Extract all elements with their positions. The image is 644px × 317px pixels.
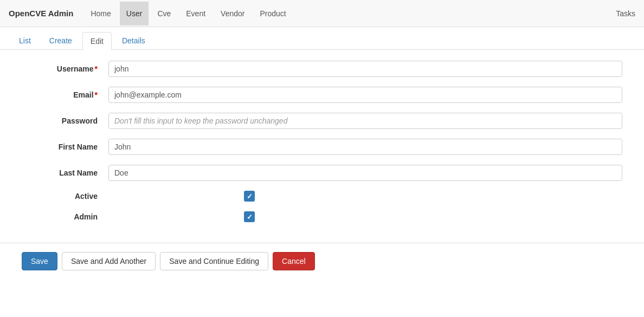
- form-container: Username* Email* Password First Name Las…: [0, 50, 644, 237]
- form-row-lastname: Last Name: [22, 165, 622, 181]
- input-firstname[interactable]: [108, 139, 622, 155]
- checkbox-wrapper-active: ✓: [108, 191, 622, 202]
- nav-vendor[interactable]: Vendor: [214, 2, 251, 25]
- form-row-admin: Admin ✓: [22, 211, 622, 222]
- label-active: Active: [22, 192, 108, 200]
- label-admin: Admin: [22, 212, 108, 221]
- cancel-button[interactable]: Cancel: [273, 252, 315, 270]
- required-star-email: *: [95, 90, 98, 99]
- form-row-password: Password: [22, 113, 622, 129]
- checkmark-admin: ✓: [247, 213, 253, 221]
- checkbox-active[interactable]: ✓: [244, 191, 255, 202]
- nav-user[interactable]: User: [120, 2, 149, 25]
- tab-bar: List Create Edit Details: [0, 27, 644, 50]
- checkbox-admin[interactable]: ✓: [244, 211, 255, 222]
- save-continue-button[interactable]: Save and Continue Editing: [160, 252, 268, 270]
- form-row-username: Username*: [22, 61, 622, 77]
- form-row-email: Email*: [22, 87, 622, 103]
- nav-event[interactable]: Event: [179, 2, 212, 25]
- tab-details[interactable]: Details: [114, 31, 153, 49]
- label-email: Email*: [22, 90, 108, 99]
- tab-create[interactable]: Create: [41, 31, 80, 49]
- nav-cve[interactable]: Cve: [151, 2, 177, 25]
- form-row-firstname: First Name: [22, 139, 622, 155]
- save-add-button[interactable]: Save and Add Another: [62, 252, 156, 270]
- nav-home[interactable]: Home: [84, 2, 117, 25]
- navbar-brand: OpenCVE Admin: [9, 9, 73, 18]
- label-username: Username*: [22, 64, 108, 73]
- nav-product[interactable]: Product: [253, 2, 292, 25]
- form-row-active: Active ✓: [22, 191, 622, 202]
- navbar: OpenCVE Admin Home User Cve Event Vendor…: [0, 0, 644, 27]
- required-star-username: *: [95, 64, 98, 73]
- input-password[interactable]: [108, 113, 622, 129]
- checkbox-wrapper-admin: ✓: [108, 211, 622, 222]
- checkmark-active: ✓: [247, 192, 253, 200]
- input-lastname[interactable]: [108, 165, 622, 181]
- navbar-links: Home User Cve Event Vendor Product: [84, 2, 616, 25]
- input-username[interactable]: [108, 61, 622, 77]
- save-button[interactable]: Save: [22, 252, 57, 270]
- label-password: Password: [22, 117, 108, 125]
- input-email[interactable]: [108, 87, 622, 103]
- navbar-tasks: Tasks: [616, 9, 635, 18]
- label-lastname: Last Name: [22, 169, 108, 177]
- bottom-bar: Save Save and Add Another Save and Conti…: [0, 243, 644, 279]
- tab-list[interactable]: List: [11, 31, 39, 49]
- label-firstname: First Name: [22, 143, 108, 151]
- tab-edit[interactable]: Edit: [82, 32, 112, 50]
